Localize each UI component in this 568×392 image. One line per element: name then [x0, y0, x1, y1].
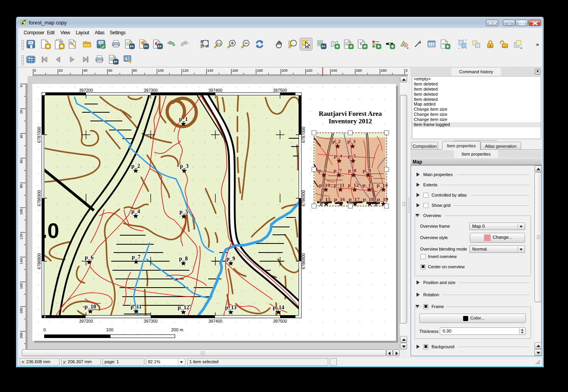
- svg-text:160: 160: [232, 69, 238, 72]
- svg-text:p_18: p_18: [363, 196, 374, 202]
- svg-text:p_14: p_14: [273, 305, 284, 310]
- svg-text:80: 80: [133, 69, 137, 72]
- svg-text:p_13: p_13: [362, 182, 374, 188]
- svg-text:240: 240: [331, 69, 337, 72]
- svg-text:6787000: 6787000: [301, 126, 306, 143]
- svg-text:397200: 397200: [79, 88, 93, 93]
- svg-text:p_10: p_10: [85, 304, 96, 310]
- svg-text:20: 20: [59, 69, 63, 72]
- svg-text:p_12: p_12: [348, 182, 359, 188]
- svg-text:p_11: p_11: [131, 304, 142, 310]
- svg-text:p_6: p_6: [318, 167, 327, 173]
- svg-text:p_3: p_3: [347, 138, 355, 144]
- svg-text:»: »: [536, 41, 539, 47]
- svg-text:60: 60: [19, 159, 23, 163]
- svg-text:220: 220: [306, 69, 312, 72]
- svg-text:p_11: p_11: [334, 182, 344, 188]
- svg-text:80: 80: [19, 184, 23, 188]
- svg-text:160: 160: [19, 283, 23, 289]
- svg-text:100: 100: [158, 69, 164, 72]
- svg-text:6786900: 6786900: [37, 190, 41, 206]
- svg-text:p_7: p_7: [132, 254, 140, 260]
- svg-text:280: 280: [381, 69, 387, 72]
- svg-text:40: 40: [84, 69, 88, 72]
- svg-text:260: 260: [356, 69, 362, 72]
- svg-text:T: T: [359, 41, 362, 46]
- svg-text:397300: 397300: [144, 88, 157, 93]
- svg-text:p_8: p_8: [348, 167, 356, 173]
- svg-text:200: 200: [19, 333, 23, 338]
- svg-text:p_13: p_13: [225, 305, 237, 310]
- svg-text:397300: 397300: [144, 319, 157, 323]
- svg-text:6786800: 6786800: [301, 253, 306, 269]
- svg-text:200: 200: [282, 69, 288, 72]
- svg-text:p_8: p_8: [179, 256, 188, 262]
- svg-text:p_7: p_7: [333, 167, 342, 173]
- svg-text:397200: 397200: [79, 319, 93, 323]
- svg-text:p_5: p_5: [179, 209, 188, 215]
- svg-text:100: 100: [19, 209, 23, 215]
- svg-text:180: 180: [19, 308, 23, 314]
- svg-text:p_9: p_9: [362, 167, 371, 173]
- svg-text:6786900: 6786900: [301, 190, 306, 206]
- svg-text:p_5: p_5: [348, 153, 356, 159]
- svg-text:p_4: p_4: [334, 153, 342, 159]
- svg-text:p_12: p_12: [178, 305, 189, 310]
- svg-text:p_4: p_4: [131, 208, 140, 214]
- svg-text:60: 60: [108, 69, 112, 72]
- svg-text:p_10: p_10: [319, 182, 330, 188]
- svg-text:180: 180: [257, 69, 263, 72]
- svg-text:0: 0: [19, 85, 23, 87]
- svg-text:40: 40: [19, 135, 23, 139]
- svg-text:397400: 397400: [208, 88, 222, 93]
- svg-text:p_3: p_3: [180, 163, 189, 169]
- svg-text:397500: 397500: [273, 88, 287, 93]
- svg-text:p_15: p_15: [320, 196, 331, 202]
- svg-text:p_2: p_2: [332, 138, 340, 144]
- svg-text:p_14: p_14: [377, 182, 388, 188]
- svg-text:6786800: 6786800: [37, 253, 41, 269]
- svg-text:397500: 397500: [273, 319, 287, 323]
- svg-text:p_2: p_2: [131, 163, 140, 169]
- svg-text:397400: 397400: [208, 319, 222, 323]
- svg-text:20: 20: [19, 110, 23, 114]
- svg-text:0: 0: [34, 69, 36, 72]
- svg-text:p_16: p_16: [334, 196, 345, 202]
- svg-text:p_9: p_9: [226, 256, 235, 262]
- svg-text:120: 120: [19, 234, 23, 240]
- svg-text:p_6: p_6: [85, 255, 93, 260]
- svg-text:120: 120: [183, 69, 189, 72]
- svg-text:p_1: p_1: [179, 116, 188, 122]
- svg-text:6787000: 6787000: [37, 126, 41, 143]
- svg-text:140: 140: [19, 258, 23, 264]
- svg-text:p_17: p_17: [349, 196, 360, 202]
- svg-text:1:1: 1:1: [217, 42, 221, 45]
- svg-text:140: 140: [207, 69, 213, 72]
